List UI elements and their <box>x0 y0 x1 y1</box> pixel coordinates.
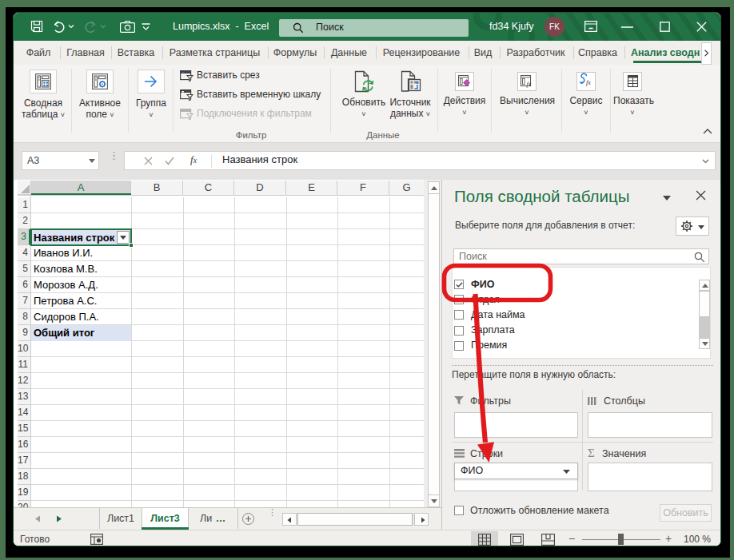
svg-text:fx: fx <box>586 79 591 86</box>
svg-text:fx: fx <box>527 81 532 88</box>
